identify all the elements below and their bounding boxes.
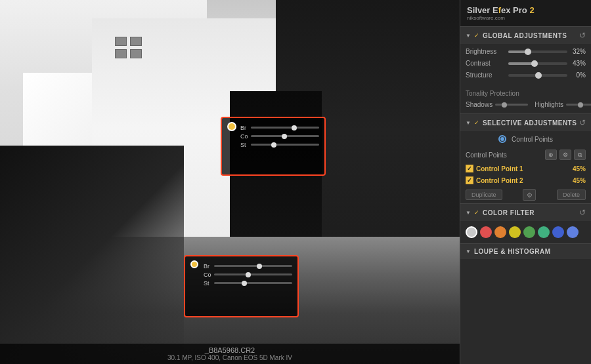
- color-filter-content: [460, 221, 591, 243]
- cp2-label: Control Point 2: [476, 177, 563, 184]
- control-points-section: Control Points ⊕ ⚙ ⧉ ✓ Control Point 1 4…: [460, 147, 591, 203]
- global-adj-title: GLOBAL ADJUSTMENTS: [483, 32, 567, 39]
- cp-section-title: Control Points: [466, 152, 507, 159]
- contrast-value: 43%: [567, 60, 586, 67]
- structure-track[interactable]: [508, 74, 567, 77]
- global-adjustments-header[interactable]: ▼ ✓ GLOBAL ADJUSTMENTS ↺: [460, 26, 591, 44]
- app-title-bar: Silver Efex Pro 2 niksoftware.com: [460, 0, 591, 26]
- contrast-label: Contrast: [466, 60, 508, 67]
- brightness-label: Brightness: [466, 48, 508, 55]
- cp-actions-row: Duplicate ⚙ Delete: [466, 189, 586, 201]
- structure-thumb[interactable]: [535, 72, 542, 79]
- cp-copy-button[interactable]: ⧉: [574, 150, 586, 160]
- selective-adj-reset[interactable]: ↺: [579, 118, 586, 127]
- cp1-checkmark: ✓: [467, 165, 472, 172]
- shadows-slider[interactable]: [495, 104, 528, 106]
- control-points-radio[interactable]: [498, 135, 506, 143]
- highlights-thumb[interactable]: [578, 102, 583, 108]
- swatch-red[interactable]: [480, 226, 492, 238]
- contrast-thumb[interactable]: [531, 60, 538, 67]
- swatch-green[interactable]: [523, 226, 535, 238]
- swatch-yellow[interactable]: [509, 226, 521, 238]
- shadows-thumb[interactable]: [502, 102, 507, 108]
- global-adj-content: Brightness 32% Contrast 43% Structure 0%: [460, 44, 591, 87]
- brightness-row: Brightness 32%: [466, 48, 586, 55]
- loupe-chevron: ▼: [466, 249, 471, 254]
- swatch-blue[interactable]: [552, 226, 564, 238]
- control-overlay-lower[interactable]: Br Co St: [184, 255, 299, 317]
- structure-row: Structure 0%: [466, 71, 586, 79]
- cp-duplicate-button[interactable]: Duplicate: [466, 190, 502, 200]
- cp1-value: 45%: [566, 165, 586, 172]
- cp-settings-icon: ⚙: [563, 152, 568, 158]
- control-point-2-row[interactable]: ✓ Control Point 2 45%: [466, 174, 586, 186]
- global-adj-reset[interactable]: ↺: [579, 31, 586, 40]
- photo-canvas: Br Co St: [0, 0, 460, 364]
- loupe-title: LOUPE & HISTOGRAM: [474, 248, 551, 255]
- control-point-dot-lower: [190, 260, 198, 268]
- shadows-label: Shadows: [466, 101, 492, 108]
- cp-gear-button[interactable]: ⚙: [523, 189, 536, 201]
- swatch-orange[interactable]: [494, 226, 506, 238]
- tonality-title: Tonality Protection: [466, 90, 586, 97]
- global-adj-check: ✓: [474, 32, 479, 39]
- file-info-bar: _B8A5968.CR2 30.1 MP, ISO 400, Canon EOS…: [0, 344, 460, 364]
- file-meta: 30.1 MP, ISO 400, Canon EOS 5D Mark IV: [3, 354, 457, 361]
- selective-adj-chevron: ▼: [466, 120, 471, 126]
- selective-adj-title: SELECTIVE ADJUSTMENTS: [483, 119, 577, 127]
- control-point-1-row[interactable]: ✓ Control Point 1 45%: [466, 163, 586, 174]
- control-overlay-upper[interactable]: Br Co St: [221, 117, 326, 176]
- selective-adj-header[interactable]: ▼ ✓ SELECTIVE ADJUSTMENTS ↺: [460, 113, 591, 131]
- structure-label: Structure: [466, 71, 508, 79]
- brightness-value: 32%: [567, 48, 586, 55]
- loupe-histogram-header[interactable]: ▼ LOUPE & HISTOGRAM: [460, 243, 591, 259]
- structure-value: 0%: [567, 71, 586, 79]
- cp-label-br-upper: Br: [240, 125, 250, 131]
- cp-label-st-lower: St: [204, 280, 213, 287]
- cp-add-button[interactable]: ⊕: [545, 150, 557, 160]
- cp-label-st-upper: St: [240, 142, 250, 148]
- cp-label-br-lower: Br: [204, 263, 213, 270]
- contrast-row: Contrast 43%: [466, 60, 586, 67]
- global-adj-chevron: ▼: [466, 33, 471, 39]
- main-area: Br Co St: [0, 0, 460, 364]
- color-filter-title: COLOR FILTER: [483, 209, 535, 216]
- cp1-label: Control Point 1: [476, 165, 563, 172]
- selective-adj-check: ✓: [474, 119, 479, 126]
- tonality-area: Tonality Protection Shadows Highlights: [460, 87, 591, 113]
- control-points-label: Control Points: [512, 136, 553, 143]
- brightness-thumb[interactable]: [525, 49, 531, 55]
- cp-label-co-upper: Co: [240, 133, 250, 140]
- swatch-blue2[interactable]: [567, 226, 579, 238]
- color-filter-header[interactable]: ▼ ✓ COLOR FILTER ↺: [460, 203, 591, 221]
- cp1-checkbox[interactable]: ✓: [466, 165, 473, 172]
- swatch-blue-green[interactable]: [538, 226, 550, 238]
- cp-add-icon: ⊕: [548, 152, 554, 158]
- control-points-toggle[interactable]: Control Points: [460, 131, 591, 147]
- highlights-label: Highlights: [535, 101, 563, 108]
- cp2-checkmark: ✓: [467, 177, 472, 184]
- app-title-text: Silver Efex Pro 2: [467, 5, 535, 15]
- cp-copy-icon: ⧉: [578, 152, 582, 159]
- highlights-slider[interactable]: [566, 104, 591, 106]
- swatch-neutral[interactable]: [466, 226, 477, 238]
- cp-delete-button[interactable]: Delete: [557, 190, 586, 200]
- right-panel: Silver Efex Pro 2 niksoftware.com ▼ ✓ GL…: [460, 0, 591, 364]
- cp-settings-button[interactable]: ⚙: [559, 150, 571, 160]
- cp-label-co-lower: Co: [204, 272, 213, 278]
- color-filter-check: ✓: [474, 209, 479, 216]
- brightness-track[interactable]: [508, 51, 567, 53]
- file-name: _B8A5968.CR2: [3, 346, 457, 354]
- color-swatches-container: [466, 226, 586, 238]
- color-filter-reset[interactable]: ↺: [579, 208, 586, 217]
- app-subtitle: niksoftware.com: [467, 15, 535, 21]
- cp2-checkbox[interactable]: ✓: [466, 176, 473, 184]
- cp2-value: 45%: [566, 177, 586, 184]
- color-filter-chevron: ▼: [466, 210, 471, 216]
- control-point-dot-upper: [227, 122, 236, 131]
- contrast-track[interactable]: [508, 62, 567, 65]
